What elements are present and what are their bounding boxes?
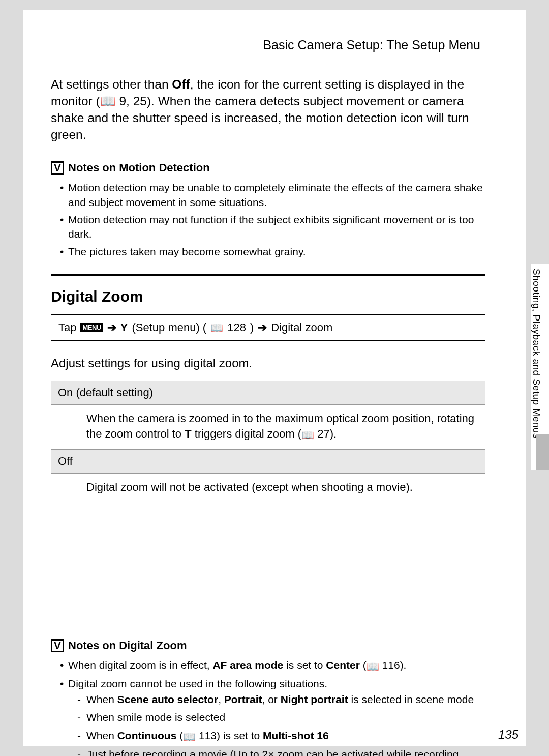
arrow-icon: ➔ [258, 321, 267, 334]
page-number: 135 [498, 728, 518, 742]
sub-item: When Scene auto selector, Portrait, or N… [77, 691, 485, 708]
page-header: Basic Camera Setup: The Setup Menu [51, 38, 485, 52]
sidebar-tab [536, 434, 549, 470]
option-row-body: When the camera is zoomed in to the maxi… [51, 404, 485, 449]
note-item: Motion detection may not function if the… [60, 213, 485, 242]
sidebar-text: Shooting, Playback and Setup Menus [531, 264, 545, 439]
notes-list: Motion detection may be unable to comple… [51, 181, 485, 259]
t: is selected in scene mode [348, 693, 474, 705]
nav-tap: Tap [58, 321, 76, 334]
option-row-body: Digital zoom will not be activated (exce… [51, 473, 485, 502]
notes-title-row: V Notes on Digital Zoom [51, 639, 485, 652]
notes-title-row: V Notes on Motion Detection [51, 161, 485, 175]
t: is set to [286, 659, 326, 671]
book-icon: 📖 [210, 322, 223, 334]
t: ( [363, 659, 367, 671]
notes-motion-detection: V Notes on Motion Detection Motion detec… [51, 161, 485, 259]
menu-badge-icon: MENU [80, 323, 103, 332]
arrow-icon: ➔ [107, 321, 116, 334]
option-name: On (default setting) [51, 381, 485, 404]
caution-icon: V [51, 161, 64, 175]
nav-setup-label: (Setup menu) ( [132, 321, 206, 334]
t: When [86, 730, 117, 741]
section-divider [51, 274, 485, 276]
sub-item: When Continuous (📖 113) is set to Multi-… [77, 728, 485, 744]
t: ). [400, 659, 407, 671]
t: Center [326, 659, 360, 671]
option-row-header: On (default setting) [51, 381, 485, 404]
note-item: When digital zoom is in effect, AF area … [60, 658, 485, 674]
t: Portrait [224, 693, 262, 705]
t: Night portrait [281, 693, 348, 705]
nav-ref: 128 [227, 321, 246, 334]
sub-list: When Scene auto selector, Portrait, or N… [68, 691, 485, 756]
opt-bold: T [185, 427, 191, 440]
para1-bold: Off [172, 77, 190, 91]
t: Multi-shot 16 [263, 730, 329, 741]
sub-item: Just before recording a movie (Up to 2× … [77, 746, 485, 756]
navigation-path-box: Tap MENU ➔ Y (Setup menu) (📖 128) ➔ Digi… [51, 314, 485, 341]
option-row-header: Off [51, 449, 485, 473]
t: , or [262, 693, 280, 705]
options-table: On (default setting) When the camera is … [51, 381, 485, 502]
t: , [218, 693, 224, 705]
intro-paragraph: At settings other than Off, the icon for… [51, 76, 485, 143]
t: AF area mode [212, 659, 283, 671]
notes-title-text: Notes on Motion Detection [68, 161, 210, 175]
book-icon: 📖 [367, 660, 379, 674]
notes-title-text: Notes on Digital Zoom [68, 639, 187, 652]
section-title: Digital Zoom [51, 288, 485, 305]
opt-ref: 27 [317, 427, 329, 440]
notes-list: When digital zoom is in effect, AF area … [51, 658, 485, 756]
option-name: Off [51, 449, 485, 473]
t: When digital zoom is in effect, [68, 659, 212, 671]
t: Continuous [117, 730, 177, 741]
t: 113 [199, 730, 217, 741]
sub-item: When smile mode is selected [77, 709, 485, 725]
nav-end: ) [250, 321, 254, 334]
t: When [86, 693, 117, 705]
book-icon: 📖 [301, 428, 314, 442]
nav-target: Digital zoom [271, 321, 332, 334]
note-item: Motion detection may be unable to comple… [60, 181, 485, 210]
caution-icon: V [51, 639, 64, 652]
book-icon: 📖 [183, 729, 196, 744]
option-body: Digital zoom will not be activated (exce… [51, 473, 485, 502]
section-description: Adjust settings for using digital zoom. [51, 356, 485, 370]
t: ) is set to [217, 730, 263, 741]
t: 116 [382, 659, 400, 671]
t: ( [176, 730, 183, 741]
note-item: Digital zoom cannot be used in the follo… [60, 677, 485, 756]
note-item: The pictures taken may become somewhat g… [60, 245, 485, 259]
t: Digital zoom cannot be used in the follo… [68, 678, 327, 689]
para1-pre: At settings other than [51, 77, 172, 91]
notes-digital-zoom: V Notes on Digital Zoom When digital zoo… [51, 639, 485, 756]
opt-text: ). [330, 427, 337, 440]
t: Scene auto selector [117, 693, 218, 705]
opt-text: triggers digital zoom ( [195, 427, 301, 440]
option-body: When the camera is zoomed in to the maxi… [51, 404, 485, 449]
setup-icon: Y [120, 321, 128, 334]
